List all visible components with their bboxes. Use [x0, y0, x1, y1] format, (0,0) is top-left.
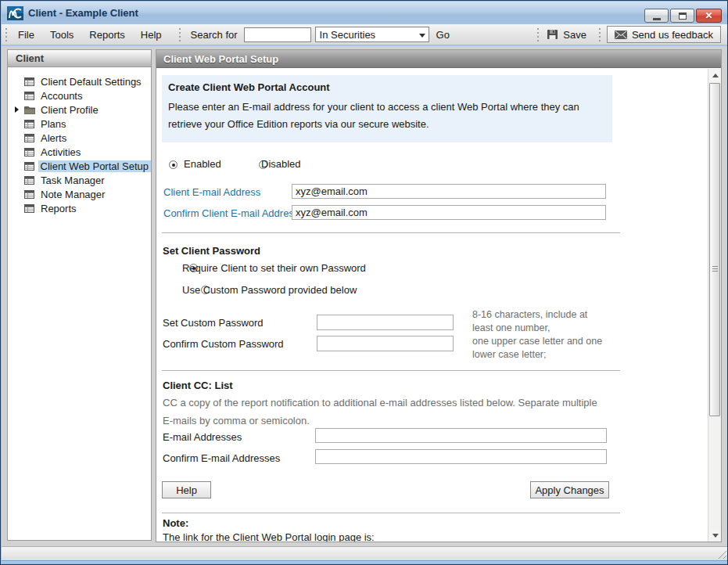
arrow-up-icon — [712, 74, 719, 77]
confirm-custom-password-input[interactable] — [317, 336, 454, 351]
go-button[interactable]: Go — [436, 29, 450, 41]
status-bar — [2, 546, 728, 560]
selected-item-label: Client Web Portal Setup — [38, 160, 152, 172]
info-text: Please enter an E-mail address for your … — [168, 101, 606, 113]
send-feedback-label: Send us feedback — [632, 29, 713, 41]
scrollbar-thumb[interactable] — [709, 83, 720, 416]
chevron-right-icon[interactable] — [15, 106, 19, 113]
sidebar-item-client-default-settings[interactable]: Client Default Settings — [8, 74, 151, 88]
password-hint: 8-16 characters, include at least one nu… — [472, 308, 602, 362]
require-own-password-label: Require Client to set their own Password — [182, 262, 366, 274]
sidebar-item-task-manager[interactable]: Task Manager — [8, 173, 151, 187]
scroll-down-button[interactable] — [709, 530, 721, 542]
table-icon — [24, 91, 35, 100]
section-divider — [162, 370, 620, 371]
send-feedback-button[interactable]: Send us feedback — [607, 26, 721, 43]
set-custom-password-label: Set Custom Password — [163, 317, 264, 329]
cc-description: E-mails by comma or semicolon. — [163, 415, 310, 426]
envelope-icon — [615, 31, 627, 39]
table-icon — [24, 77, 35, 86]
sidebar-item-client-profile[interactable]: Client Profile — [8, 103, 151, 117]
toolbar-grip[interactable] — [5, 28, 7, 41]
cc-confirm-input[interactable] — [315, 449, 607, 464]
table-icon — [24, 161, 35, 171]
table-icon — [24, 175, 35, 185]
page-title: Client Web Portal Setup — [156, 50, 721, 68]
toolbar-grip[interactable] — [536, 28, 539, 41]
custom-password-label: Use Custom Password provided below — [182, 284, 357, 296]
save-button[interactable]: Save — [542, 27, 591, 43]
password-section-title: Set Client Password — [163, 245, 260, 257]
title-bar[interactable]: Client - Example Client ✕ — [2, 2, 728, 24]
toolbar-grip[interactable] — [179, 28, 181, 41]
sidebar-item-client-web-portal-setup[interactable]: Client Web Portal Setup — [8, 159, 151, 173]
folder-icon — [24, 105, 35, 114]
window-frame-bottom — [2, 560, 728, 565]
client-email-label: Client E-mail Address — [163, 186, 260, 198]
cc-section-title: Client CC: List — [163, 380, 233, 391]
cc-confirm-label: Confirm E-mail Addresses — [163, 452, 280, 464]
main-panel: Client Web Portal Setup Create Client We… — [156, 49, 722, 542]
floppy-disk-icon — [547, 29, 558, 40]
note-title: Note: — [163, 517, 188, 529]
table-icon — [24, 119, 35, 128]
window-title: Client - Example Client — [28, 7, 138, 19]
sidebar-item-plans[interactable]: Plans — [8, 117, 151, 131]
table-icon — [24, 147, 35, 157]
note-body: The link for the Client Web Portal login… — [163, 531, 375, 542]
enabled-label: Enabled — [184, 158, 221, 170]
sidebar: Client Client Default Settings Accounts … — [7, 49, 152, 541]
disabled-label: Disabled — [261, 158, 301, 170]
search-scope-value: In Securities — [320, 29, 376, 41]
client-email-input[interactable] — [292, 184, 606, 199]
confirm-client-email-label: Confirm Client E-mail Address — [163, 207, 299, 219]
cc-email-input[interactable] — [315, 428, 607, 443]
sidebar-item-accounts[interactable]: Accounts — [8, 88, 151, 103]
section-divider — [162, 232, 620, 233]
sidebar-header: Client — [8, 50, 151, 67]
menu-tools[interactable]: Tools — [42, 26, 81, 44]
section-divider — [162, 513, 620, 513]
toolbar: File Tools Reports Help Search for In Se… — [2, 24, 728, 45]
table-icon — [24, 189, 35, 199]
resize-grip[interactable] — [716, 549, 726, 559]
close-icon: ✕ — [705, 11, 712, 20]
enabled-radio[interactable] — [169, 160, 178, 169]
table-icon — [24, 203, 35, 213]
info-title: Create Client Web Portal Account — [168, 81, 606, 93]
search-label: Search for — [191, 29, 238, 41]
table-icon — [24, 133, 35, 142]
minimize-button[interactable] — [644, 9, 669, 23]
menu-file[interactable]: File — [10, 26, 42, 44]
toolbar-grip[interactable] — [599, 28, 601, 41]
info-box: Create Client Web Portal Account Please … — [162, 75, 612, 142]
confirm-custom-password-label: Confirm Custom Password — [163, 338, 284, 350]
sidebar-item-activities[interactable]: Activities — [8, 145, 151, 159]
arrow-down-icon — [712, 534, 719, 538]
close-button[interactable]: ✕ — [696, 9, 722, 23]
cc-description: CC a copy of the report notification to … — [163, 397, 597, 408]
cc-email-label: E-mail Addresses — [163, 431, 242, 443]
sidebar-item-note-manager[interactable]: Note Manager — [8, 187, 151, 201]
maximize-button[interactable] — [670, 9, 694, 23]
sidebar-item-reports[interactable]: Reports — [8, 201, 151, 215]
search-scope-select[interactable]: In Securities — [315, 27, 429, 42]
info-text: retrieve your Office Edition reports via… — [168, 118, 606, 130]
help-button[interactable]: Help — [162, 481, 211, 498]
app-logo-icon — [7, 6, 23, 20]
search-input[interactable] — [244, 27, 311, 42]
minimize-icon — [653, 18, 661, 20]
apply-changes-button[interactable]: Apply Changes — [530, 481, 609, 498]
sidebar-item-alerts[interactable]: Alerts — [8, 131, 151, 145]
maximize-icon — [679, 13, 687, 20]
content-area: Client Client Default Settings Accounts … — [2, 46, 728, 546]
confirm-client-email-input[interactable] — [292, 205, 606, 220]
menu-reports[interactable]: Reports — [81, 26, 133, 44]
menu-help[interactable]: Help — [133, 26, 170, 44]
set-custom-password-input[interactable] — [317, 315, 454, 330]
vertical-scrollbar[interactable] — [708, 69, 721, 542]
app-window: Client - Example Client ✕ File Tools Rep… — [0, 0, 728, 565]
save-label: Save — [563, 29, 586, 41]
chevron-down-icon — [419, 34, 425, 38]
scroll-up-button[interactable] — [709, 70, 721, 81]
